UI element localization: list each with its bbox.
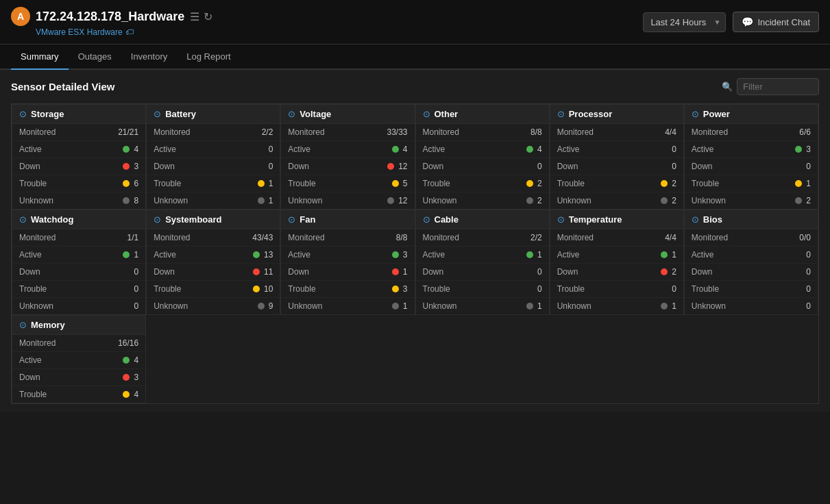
battery-trouble-label: Trouble [154, 179, 181, 188]
time-range-wrapper: Last 24 Hours Last 7 Days Last 30 Days [643, 12, 726, 32]
cable-active-dot [526, 251, 533, 258]
tab-inventory[interactable]: Inventory [121, 45, 177, 70]
processor-trouble-right: 2 [661, 179, 676, 188]
power-monitored-row: Monitored 6/6 [685, 124, 818, 141]
memory-monitored-value: 16/16 [118, 338, 138, 348]
voltage-active-row: Active 4 [281, 141, 414, 158]
tab-outages[interactable]: Outages [69, 45, 121, 70]
temperature-monitored-label: Monitored [557, 233, 594, 242]
fan-active-right: 3 [392, 250, 408, 260]
memory-active-value: 4 [134, 355, 138, 365]
temperature-active-value: 1 [672, 250, 676, 260]
watchdog-unknown-row: Unknown 0 [12, 298, 145, 314]
sensor-icon-cable: ⊙ [423, 214, 430, 225]
temperature-down-right: 2 [661, 267, 676, 277]
storage-down-dot [123, 163, 130, 170]
other-trouble-dot [526, 180, 533, 187]
systemboard-active-row: Active 13 [147, 247, 280, 264]
cable-down-value: 0 [537, 267, 542, 277]
bios-down-right: 0 [795, 267, 811, 277]
cable-unknown-dot [526, 303, 533, 310]
power-trouble-value: 1 [806, 179, 811, 188]
fan-unknown-label: Unknown [288, 301, 322, 311]
other-unknown-label: Unknown [423, 196, 457, 205]
cable-active-row: Active 1 [416, 247, 549, 264]
other-trouble-row: Trouble 2 [416, 175, 549, 192]
bios-trouble-row: Trouble 0 [685, 281, 818, 298]
watchdog-active-dot [123, 251, 130, 258]
power-active-value: 3 [806, 144, 811, 154]
subtitle: VMware ESX Hardware 🏷 [36, 27, 212, 37]
power-down-value: 0 [806, 162, 811, 171]
refresh-icon[interactable]: ↻ [204, 10, 212, 23]
power-trouble-dot [795, 180, 802, 187]
watchdog-monitored-row: Monitored 1/1 [12, 229, 145, 247]
battery-unknown-dot [258, 197, 265, 204]
watchdog-trouble-value: 0 [134, 284, 138, 294]
cable-unknown-label: Unknown [423, 301, 457, 311]
temperature-active-label: Active [557, 250, 580, 260]
time-range-select[interactable]: Last 24 Hours Last 7 Days Last 30 Days [643, 12, 726, 32]
power-unknown-row: Unknown 2 [685, 192, 818, 209]
systemboard-down-value: 11 [264, 267, 273, 277]
storage-active-dot [123, 146, 130, 153]
fan-unknown-value: 1 [403, 301, 408, 311]
fan-unknown-row: Unknown 1 [281, 298, 414, 314]
memory-trouble-row: Trouble 4 [12, 386, 145, 403]
memory-down-label: Down [19, 373, 40, 382]
other-monitored-value: 8/8 [530, 127, 542, 137]
power-trouble-right: 1 [795, 179, 811, 188]
storage-active-right: 4 [123, 144, 138, 154]
bios-trouble-right: 0 [795, 284, 811, 294]
filter-input[interactable] [737, 78, 819, 95]
processor-unknown-label: Unknown [557, 196, 591, 205]
chat-icon: 💬 [742, 16, 753, 27]
storage-unknown-label: Unknown [19, 196, 53, 205]
fan-trouble-right: 3 [392, 284, 408, 294]
menu-icon[interactable]: ☰ [190, 10, 199, 23]
tab-log-report[interactable]: Log Report [177, 45, 240, 70]
processor-unknown-value: 2 [672, 196, 676, 205]
power-active-dot [795, 146, 802, 153]
systemboard-trouble-value: 10 [264, 284, 273, 294]
incident-chat-button[interactable]: 💬 Incident Chat [733, 12, 819, 32]
temperature-unknown-label: Unknown [557, 301, 591, 311]
processor-trouble-row: Trouble 2 [550, 175, 683, 192]
fan-trouble-dot [392, 286, 399, 292]
bios-monitored-label: Monitored [692, 233, 728, 242]
sensor-icon-storage: ⊙ [19, 109, 27, 119]
battery-trouble-value: 1 [269, 179, 273, 188]
power-active-row: Active 3 [685, 141, 818, 158]
systemboard-unknown-dot [258, 303, 265, 310]
voltage-unknown-row: Unknown 12 [281, 192, 414, 209]
bios-active-right: 0 [795, 250, 811, 260]
fan-monitored-row: Monitored 8/8 [281, 229, 414, 247]
temperature-monitored-row: Monitored 4/4 [550, 229, 683, 247]
voltage-monitored-value: 33/33 [387, 127, 407, 137]
power-down-label: Down [692, 162, 713, 171]
other-unknown-dot [526, 197, 533, 204]
storage-active-label: Active [19, 144, 42, 154]
sensor-icon-memory: ⊙ [19, 320, 27, 330]
battery-monitored-row: Monitored 2/2 [147, 124, 280, 141]
temperature-trouble-right: 0 [661, 284, 676, 294]
bios-active-label: Active [692, 250, 714, 260]
other-active-value: 4 [537, 144, 542, 154]
fan-trouble-value: 3 [403, 284, 408, 294]
battery-active-value: 0 [269, 144, 273, 154]
storage-monitored-value: 21/21 [118, 127, 138, 137]
systemboard-active-value: 13 [264, 250, 273, 260]
memory-trouble-dot [123, 391, 130, 398]
storage-active-row: Active 4 [12, 141, 145, 158]
temperature-unknown-row: Unknown 1 [550, 298, 683, 314]
processor-unknown-row: Unknown 2 [550, 192, 683, 209]
battery-trouble-dot [258, 180, 265, 187]
sensor-card-watchdog: ⊙ WatchdogMonitored 1/1Active 1Down 0Tro… [12, 210, 146, 315]
battery-unknown-right: 1 [258, 196, 273, 205]
systemboard-unknown-row: Unknown 9 [147, 298, 280, 314]
tab-summary[interactable]: Summary [11, 45, 69, 70]
other-trouble-value: 2 [537, 179, 542, 188]
temperature-trouble-row: Trouble 0 [550, 281, 683, 298]
battery-monitored-label: Monitored [154, 127, 190, 137]
systemboard-active-right: 13 [253, 250, 273, 260]
